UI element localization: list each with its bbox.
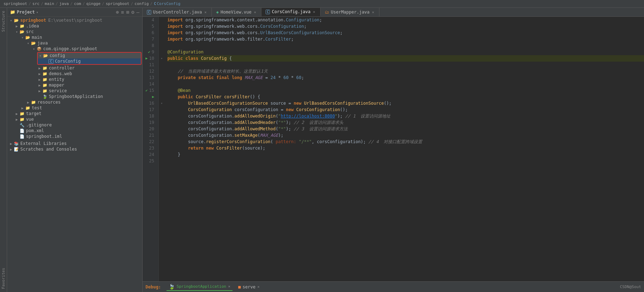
tree-item-java[interactable]: ▾ 📂 java [7,40,142,46]
tree-item-main[interactable]: ▾ 📂 main [7,35,142,40]
breadcrumb-item[interactable]: qingge [86,1,101,6]
breadcrumb: springboot / src / main / java / com / q… [0,0,644,8]
tree-item-label: service [49,88,67,93]
mapper-tab-icon: 🗂 [325,10,329,15]
minimize-icon[interactable]: — [137,9,139,15]
folder-icon: 📁 [42,83,48,88]
debug-label: Debug: [145,285,161,290]
tab-user-controller[interactable]: C UserController.java × [143,8,212,16]
tree-arrow: ▶ [9,147,14,151]
tree-item-scratches[interactable]: ▶ 📝 Scratches and Consoles [7,146,142,152]
fold-gutter: ▾ ▾ [159,17,164,281]
folder-icon: 📂 [19,29,25,34]
tree-item-resources[interactable]: ▶ 📁 resources [7,99,142,105]
breadcrumb-item[interactable]: springboot [106,1,129,6]
layout-icon[interactable]: ⊞ [126,9,129,15]
breadcrumb-item[interactable]: src [32,1,40,6]
breadcrumb-item[interactable]: java [59,1,69,6]
tree-item-package[interactable]: ▾ 📦 com.qingge.springboot [7,46,142,52]
folder-icon: 📂 [31,41,36,46]
tree-arrow: ▾ [20,36,25,40]
structure-tab[interactable]: Structure [0,8,7,35]
tab-label: HomeView.vue [221,10,252,15]
project-dropdown-icon[interactable]: ▾ [36,10,39,14]
tree-arrow: ▾ [38,54,43,58]
tree-item-gitignore[interactable]: ▶ 🔧 .gitignore [7,122,142,128]
tree-item-springboot[interactable]: ▾ 📂 springboot E:\vuetest\springboot [7,17,142,23]
gutter-bean-icon: ✔ [145,87,148,94]
debug-app-tab[interactable]: 🍃 SpringbootApplication × [167,283,232,291]
folder-icon: 📁 [19,117,25,122]
tree-item-config[interactable]: ▾ 📂 config [38,53,141,58]
tree-item-entity[interactable]: ▶ 📁 entity [7,77,142,82]
tab-close-button[interactable]: × [312,10,316,14]
sidebar-header-left: 📁 Project ▾ [10,10,39,15]
tree-item-controller[interactable]: ▶ 📁 controller [7,65,142,71]
serve-close-button[interactable]: × [257,285,260,289]
code-area[interactable]: 4 5 6 7 8 ✔ 9 ▶ 10 11 12 13 14 ✔ [143,17,644,281]
tree-arrow: ▶ [20,106,25,110]
tree-item-pom[interactable]: ▶ 📄 pom.xml [7,128,142,134]
breadcrumb-item[interactable]: config [134,1,149,6]
tab-cors-config[interactable]: C CorsConfig.java × [261,8,320,16]
tree-item-target[interactable]: ▶ 📁 target [7,111,142,116]
tree-arrow: ▶ [37,78,42,82]
tree-item-test[interactable]: ▶ 📁 test [7,105,142,111]
breadcrumb-item[interactable]: main [45,1,54,6]
code-line-22: corsConfiguration.setMaxAge(MAX_AGE); [167,132,644,139]
code-line-8 [167,42,644,49]
line-num-9: ✔ 9 [145,49,155,55]
tree-item-springboot-app[interactable]: ▶ 🍃 SpringbootApplication [7,94,142,99]
tree-arrow: ▶ [37,72,42,76]
tree-item-label: .gitignore [26,122,52,127]
serve-tab[interactable]: ■ serve × [238,285,260,290]
spring-debug-icon: 🍃 [169,284,175,290]
tree-arrow: ▶ [14,112,19,116]
breadcrumb-item[interactable]: com [74,1,81,6]
fold-arrow-icon[interactable]: ▾ [161,101,163,105]
code-line-9: @Configuration [167,49,644,55]
folder-icon: 📁 [42,66,48,71]
favorites-tab[interactable]: Favorites [0,265,7,292]
tree-item-label: config [50,53,65,58]
tree-item-label: controller [49,66,75,71]
line-num-25: 25 [145,158,155,164]
tree-item-label: springboot.iml [26,134,62,139]
tree-arrow: ▶ [9,142,14,146]
tab-user-mapper[interactable]: 🗂 UserMapper.java × [321,8,379,16]
breadcrumb-item[interactable]: springboot [4,1,27,6]
tree-item-demos-web[interactable]: ▶ 📁 demos.web [7,71,142,77]
settings-icon[interactable]: ⚙ [131,9,134,15]
code-line-13: private static final long MAX_AGE = 24 *… [167,74,644,81]
code-content[interactable]: import org.springframework.context.annot… [164,17,644,281]
tree-item-iml[interactable]: ▶ 📄 springboot.iml [7,134,142,139]
tab-home-view[interactable]: ◈ HomeView.vue × [212,8,261,16]
tree-item-src[interactable]: ▾ 📂 src [7,29,142,35]
sidebar: 📁 Project ▾ ⊕ ≡ ⊞ ⚙ — ▾ 📂 springboot E:\… [7,8,143,292]
line-num-5: 5 [145,23,155,30]
tree-item-label: pom.xml [26,128,44,133]
tree-item-service[interactable]: ▶ 📁 service [7,88,142,94]
add-icon[interactable]: ⊕ [116,9,119,15]
tree-item-corsconfig[interactable]: ▶ C CorsConfig [38,58,141,64]
tree-item-idea[interactable]: ▶ 📁 .idea [7,23,142,29]
tab-close-button[interactable]: × [371,10,375,15]
tree-item-vue[interactable]: ▶ 📁 vue [7,116,142,122]
fold-arrow-icon[interactable]: ▾ [161,57,163,60]
folder-icon: 📂 [14,18,19,23]
tab-close-button[interactable]: × [204,10,207,15]
sidebar-tree: ▾ 📂 springboot E:\vuetest\springboot ▶ 📁… [7,17,142,292]
code-line-16: public CorsFilter corsFilter() { [167,94,644,100]
tree-item-label: target [26,111,41,116]
tree-item-label: .idea [26,24,39,28]
debug-close-button[interactable]: × [228,284,230,289]
line-num-24: 24 [145,151,155,158]
tree-item-path: E:\vuetest\springboot [48,18,102,23]
tree-item-label: entity [49,77,64,82]
align-icon[interactable]: ≡ [121,9,124,15]
tree-item-mapper[interactable]: ▶ 📁 mapper [7,82,142,88]
code-line-25: } [167,151,644,158]
tree-item-external-libraries[interactable]: ▶ 📚 External Libraries [7,141,142,146]
tree-item-label: mapper [49,83,64,88]
tab-close-button[interactable]: × [253,10,257,15]
